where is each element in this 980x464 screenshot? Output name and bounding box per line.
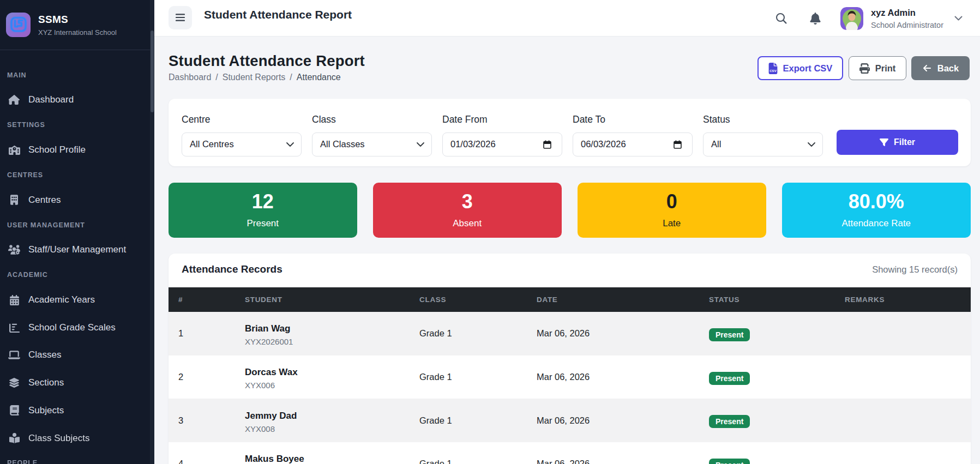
svg-text:CSV: CSV [769, 69, 777, 73]
